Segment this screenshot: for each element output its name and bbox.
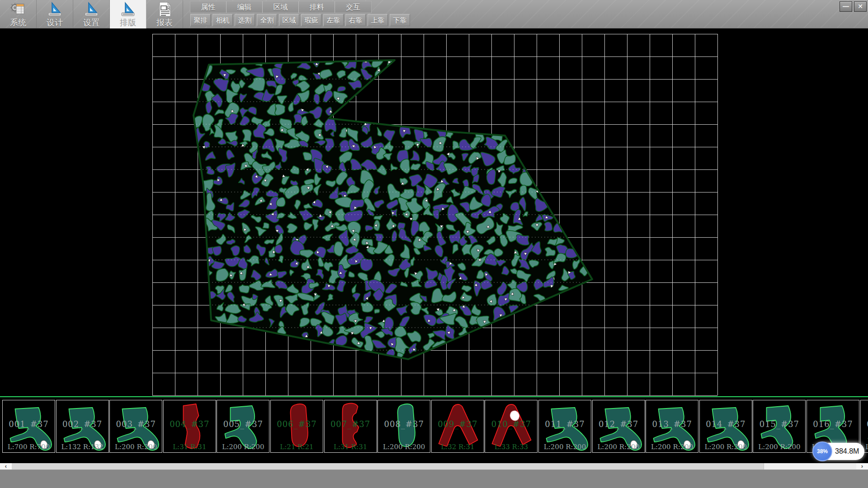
report-icon bbox=[156, 1, 173, 18]
piece-lr-counts: L:33 R:33 bbox=[485, 443, 537, 451]
gear-table-icon bbox=[9, 0, 27, 19]
piece-thumbnail-9[interactable]: 009_#37L:32 R:31 bbox=[431, 400, 484, 453]
piece-thumbnail-15[interactable]: 015_#37L:200 R:200 bbox=[753, 400, 806, 453]
scroll-left-arrow-icon[interactable]: ‹ bbox=[0, 463, 12, 469]
piece-label: 005_#37 bbox=[217, 419, 269, 429]
piece-lr-counts: L:32 R:31 bbox=[432, 443, 484, 451]
close-button[interactable]: ✕ bbox=[854, 1, 867, 12]
menu-item-properties[interactable]: 属性 bbox=[190, 1, 226, 13]
report-icon bbox=[156, 0, 173, 19]
progress-percent-circle: 38% bbox=[812, 441, 832, 461]
piece-thumbnail-strip: 001_#37L:700 R:700002_#37L:132 R:132003_… bbox=[0, 398, 868, 463]
tool-button-region[interactable]: 区域 bbox=[279, 14, 299, 26]
piece-label: 010_#37 bbox=[485, 419, 537, 429]
horizontal-scrollbar[interactable]: ‹ › bbox=[0, 463, 868, 469]
scrollbar-thumb[interactable] bbox=[12, 463, 764, 469]
tab-label: 设计 bbox=[47, 19, 63, 27]
tool-button-snap-bottom[interactable]: 下靠 bbox=[390, 14, 410, 26]
scroll-right-arrow-icon[interactable]: › bbox=[856, 463, 868, 469]
piece-thumbnail-10[interactable]: 010_#37L:33 R:33 bbox=[485, 400, 538, 453]
piece-label: 011_#37 bbox=[539, 419, 591, 429]
tab-report[interactable]: 报表 bbox=[146, 0, 183, 28]
piece-lr-counts: L:700 R:700 bbox=[3, 443, 55, 451]
tab-design[interactable]: 设计 bbox=[37, 0, 73, 28]
tool-button-snap-top[interactable]: 上靠 bbox=[368, 14, 388, 26]
setsquare-icon bbox=[119, 0, 137, 19]
piece-lr-counts: L:132 R:132 bbox=[57, 443, 108, 451]
piece-thumbnail-6[interactable]: 006_#37L:21 R:21 bbox=[270, 400, 323, 453]
status-bar bbox=[0, 469, 868, 488]
piece-thumbnail-8[interactable]: 008_#37L:200 R:200 bbox=[377, 400, 430, 453]
tab-label: 排版 bbox=[120, 19, 136, 27]
piece-label: 008_#37 bbox=[378, 419, 430, 429]
piece-label: 002_#37 bbox=[57, 419, 108, 429]
piece-lr-counts: L:200 R:200 bbox=[753, 443, 805, 451]
progress-badge: 38% 384.8M bbox=[813, 443, 864, 460]
menu-bar: 属性编辑区域排料交互 bbox=[190, 1, 372, 13]
tab-label: 系统 bbox=[10, 19, 26, 27]
menu-item-edit[interactable]: 编辑 bbox=[226, 1, 263, 13]
piece-thumbnail-13[interactable]: 013_#37L:200 R:200 bbox=[646, 400, 698, 453]
setsquare-icon bbox=[46, 0, 63, 19]
piece-thumbnail-4[interactable]: 004_#37L:31 R:31 bbox=[163, 400, 216, 453]
piece-lr-counts: L:200 R:200 bbox=[593, 443, 645, 451]
piece-lr-counts: L:200 R:200 bbox=[539, 443, 591, 451]
application-window: 系统设计设置排版报表 属性编辑区域排料交互 聚排相机选割全割区域瑕疵左靠右靠上靠… bbox=[0, 0, 868, 488]
piece-label: 004_#37 bbox=[164, 419, 216, 429]
tab-settings[interactable]: 设置 bbox=[73, 0, 110, 28]
tool-button-cluster-nest[interactable]: 聚排 bbox=[190, 14, 211, 26]
piece-lr-counts: L:200 R:200 bbox=[646, 443, 698, 451]
piece-label: 007_#37 bbox=[325, 419, 377, 429]
tool-button-snap-right[interactable]: 右靠 bbox=[345, 14, 366, 26]
piece-label: 006_#37 bbox=[271, 419, 323, 429]
setsquare-icon bbox=[83, 1, 100, 18]
main-tabs: 系统设计设置排版报表 bbox=[0, 0, 183, 28]
piece-thumbnail-1[interactable]: 001_#37L:700 R:700 bbox=[2, 400, 55, 453]
piece-label: 012_#37 bbox=[593, 419, 645, 429]
tool-button-camera[interactable]: 相机 bbox=[212, 14, 233, 26]
menu-item-nest[interactable]: 排料 bbox=[299, 1, 335, 13]
piece-thumbnail-11[interactable]: 011_#37L:200 R:200 bbox=[538, 400, 591, 453]
piece-label: 013_#37 bbox=[646, 419, 698, 429]
piece-thumbnail-7[interactable]: 007_#37L:31 R:31 bbox=[324, 400, 377, 453]
gear-table-icon bbox=[9, 1, 27, 18]
piece-label: 003_#37 bbox=[110, 419, 162, 429]
minimize-button[interactable]: — bbox=[840, 1, 852, 12]
leather-hide bbox=[193, 60, 592, 359]
setsquare-icon bbox=[46, 1, 63, 18]
tool-button-select-cut[interactable]: 选割 bbox=[235, 14, 255, 26]
strip-separator-line bbox=[0, 396, 868, 397]
piece-lr-counts: L:31 R:31 bbox=[164, 443, 216, 451]
tool-button-defect[interactable]: 瑕疵 bbox=[301, 14, 321, 26]
piece-thumbnail-5[interactable]: 005_#37L:200 R:200 bbox=[217, 400, 269, 453]
piece-label: 016_#37 bbox=[807, 419, 859, 429]
tab-nesting[interactable]: 排版 bbox=[110, 0, 146, 28]
tab-label: 设置 bbox=[83, 19, 99, 27]
piece-lr-counts: L:200 R:200 bbox=[110, 443, 162, 451]
tab-label: 报表 bbox=[156, 19, 173, 27]
setsquare-icon bbox=[119, 1, 137, 18]
piece-lr-counts: L:21 R:21 bbox=[271, 443, 323, 451]
piece-thumbnail-12[interactable]: 012_#37L:200 R:200 bbox=[592, 400, 645, 453]
tab-system[interactable]: 系统 bbox=[0, 0, 37, 28]
nesting-canvas[interactable] bbox=[0, 28, 868, 396]
piece-lr-counts: L:200 R:200 bbox=[217, 443, 269, 451]
piece-thumbnail-3[interactable]: 003_#37L:200 R:200 bbox=[109, 400, 162, 453]
tool-bar: 聚排相机选割全割区域瑕疵左靠右靠上靠下靠 bbox=[190, 14, 410, 26]
tool-button-snap-left[interactable]: 左靠 bbox=[323, 14, 344, 26]
menu-item-region[interactable]: 区域 bbox=[263, 1, 299, 13]
piece-thumbnail-14[interactable]: 014_#37L:200 R:200 bbox=[699, 400, 752, 453]
piece-label: 001_#37 bbox=[3, 419, 55, 429]
memory-usage-label: 384.8M bbox=[835, 447, 859, 455]
piece-lr-counts: L:200 R:200 bbox=[700, 443, 752, 451]
piece-label: 017_#37 bbox=[861, 419, 868, 429]
setsquare-icon bbox=[83, 0, 100, 19]
piece-label: 015_#37 bbox=[753, 419, 805, 429]
menu-item-interact[interactable]: 交互 bbox=[335, 1, 371, 13]
titlebar: 系统设计设置排版报表 属性编辑区域排料交互 聚排相机选割全割区域瑕疵左靠右靠上靠… bbox=[0, 0, 868, 28]
piece-lr-counts: L:31 R:31 bbox=[325, 443, 377, 451]
piece-label: 014_#37 bbox=[700, 419, 752, 429]
tool-button-cut-all[interactable]: 全割 bbox=[257, 14, 277, 26]
piece-thumbnail-2[interactable]: 002_#37L:132 R:132 bbox=[56, 400, 109, 453]
piece-label: 009_#37 bbox=[432, 419, 484, 429]
